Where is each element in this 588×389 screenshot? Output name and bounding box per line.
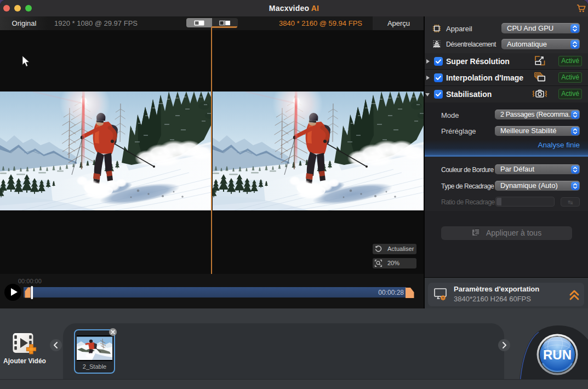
svg-text:RUN: RUN [543,347,572,362]
